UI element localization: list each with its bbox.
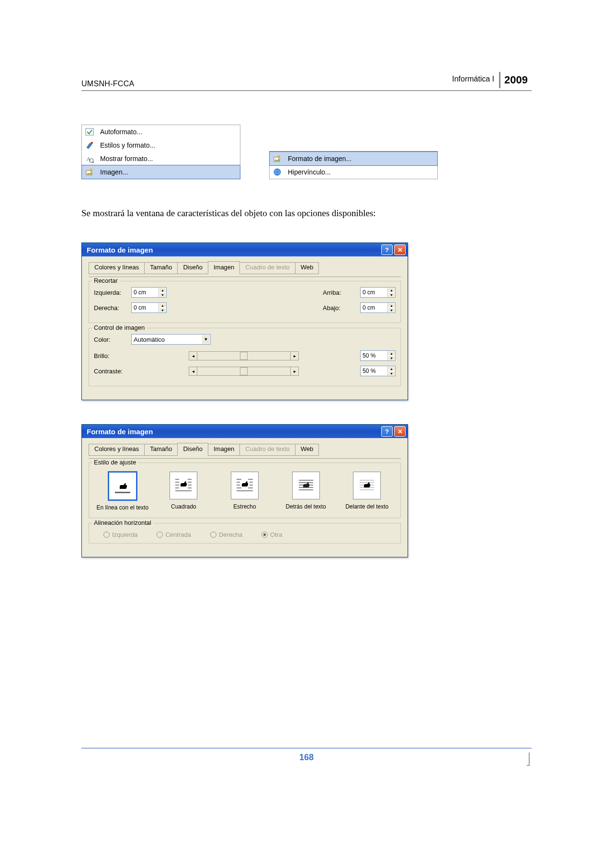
menu-item-styles[interactable]: Estilos y formato...: [82, 139, 240, 152]
crop-right-spinbox[interactable]: ▲▼: [131, 302, 167, 313]
wrap-label: Cuadrado: [155, 503, 213, 510]
brightness-spinbox[interactable]: ▲▼: [360, 350, 396, 361]
svg-rect-38: [360, 489, 374, 490]
svg-rect-17: [175, 487, 179, 488]
tab-web[interactable]: Web: [295, 262, 319, 274]
help-button[interactable]: ?: [381, 426, 393, 437]
group-crop: Recortar Izquierda: ▲▼ Arriba:: [89, 281, 401, 323]
header-left: UMSNH-FCCA: [81, 80, 135, 88]
spin-down[interactable]: ▼: [388, 356, 395, 360]
tab-image[interactable]: Imagen: [208, 444, 240, 456]
tab-size[interactable]: Tamaño: [144, 444, 178, 456]
help-button[interactable]: ?: [381, 244, 393, 255]
crop-bottom-spinbox[interactable]: ▲▼: [360, 302, 396, 313]
svg-rect-26: [237, 487, 241, 488]
spin-down[interactable]: ▼: [388, 371, 395, 376]
slider-right-arrow[interactable]: ▸: [290, 351, 299, 360]
svg-rect-0: [86, 128, 93, 135]
close-button[interactable]: ✕: [394, 244, 406, 255]
crop-bottom-label: Abajo:: [323, 304, 356, 312]
slider-thumb[interactable]: [240, 352, 248, 360]
spin-down[interactable]: ▼: [388, 292, 395, 297]
show-format-icon: A: [84, 153, 95, 164]
tab-size[interactable]: Tamaño: [144, 262, 178, 274]
wrap-label: Estrecho: [216, 503, 273, 510]
svg-point-6: [90, 169, 92, 172]
body-paragraph: Se mostrará la ventana de característica…: [81, 208, 532, 219]
svg-rect-34: [360, 480, 374, 481]
close-button[interactable]: ✕: [394, 426, 406, 437]
slider-right-arrow[interactable]: ▸: [290, 367, 299, 376]
tab-colors-lines[interactable]: Colores y líneas: [89, 262, 145, 274]
image-format-icon: [84, 167, 95, 177]
brightness-slider[interactable]: ◂ ▸: [189, 351, 299, 360]
tab-colors-lines[interactable]: Colores y líneas: [89, 444, 145, 456]
svg-rect-35: [360, 482, 374, 483]
slider-left-arrow[interactable]: ◂: [189, 367, 197, 376]
brightness-input[interactable]: [361, 351, 387, 360]
spin-down[interactable]: ▼: [159, 308, 166, 312]
wrap-behind[interactable]: [292, 472, 320, 499]
wrap-square[interactable]: [170, 472, 197, 499]
menu-item-image[interactable]: Imagen...: [81, 165, 240, 179]
crop-left-spinbox[interactable]: ▲▼: [131, 287, 167, 298]
crop-top-spinbox[interactable]: ▲▼: [360, 287, 396, 298]
contrast-spinbox[interactable]: ▲▼: [360, 366, 396, 376]
footer-mark: [527, 752, 530, 766]
dropdown-icon[interactable]: ▼: [202, 335, 210, 344]
menu-item-label: Autoformato...: [100, 128, 142, 136]
slider-thumb[interactable]: [240, 367, 248, 375]
tab-image[interactable]: Imagen: [208, 261, 240, 273]
wrap-inline[interactable]: [108, 472, 137, 500]
svg-rect-18: [188, 487, 192, 488]
svg-rect-30: [299, 482, 313, 483]
dialog-format-image-1: Formato de imagen ? ✕ Colores y líneas T…: [81, 243, 408, 400]
tab-textbox: Cuadro de texto: [239, 262, 295, 274]
tab-web[interactable]: Web: [295, 444, 319, 456]
wrap-tight[interactable]: [231, 472, 259, 499]
radio-left: Izquierda: [103, 531, 137, 538]
wrap-front[interactable]: [353, 472, 381, 499]
svg-line-4: [92, 162, 94, 163]
crop-bottom-input[interactable]: [361, 303, 387, 312]
menu-item-show-format[interactable]: A Mostrar formato...: [82, 152, 240, 165]
radio-label: Otra: [270, 531, 282, 538]
spin-down[interactable]: ▼: [159, 292, 166, 297]
menu-item-autoformat[interactable]: Autoformato...: [82, 125, 240, 139]
tab-layout[interactable]: Diseño: [177, 443, 208, 455]
spin-up[interactable]: ▲: [388, 288, 395, 292]
spin-up[interactable]: ▲: [159, 288, 166, 292]
svg-rect-12: [188, 479, 192, 480]
wrap-label: En línea con el texto: [94, 504, 151, 511]
crop-left-label: Izquierda:: [94, 289, 127, 296]
contrast-slider[interactable]: ◂ ▸: [189, 367, 299, 376]
slider-left-arrow[interactable]: ◂: [189, 351, 197, 360]
crop-right-input[interactable]: [132, 303, 159, 312]
crop-left-input[interactable]: [132, 288, 159, 297]
spin-down[interactable]: ▼: [388, 308, 395, 312]
spin-up[interactable]: ▲: [388, 351, 395, 356]
titlebar[interactable]: Formato de imagen ? ✕: [82, 243, 408, 256]
brightness-label: Brillo:: [94, 352, 127, 359]
menu-item-label: Estilos y formato...: [100, 141, 155, 149]
svg-rect-28: [237, 490, 253, 491]
titlebar[interactable]: Formato de imagen ? ✕: [82, 425, 408, 438]
svg-rect-13: [175, 482, 179, 483]
menu-item-hyperlink[interactable]: Hipervínculo...: [270, 165, 437, 179]
tab-layout[interactable]: Diseño: [177, 262, 208, 274]
spin-up[interactable]: ▲: [388, 366, 395, 371]
menu-item-format-image[interactable]: Formato de imagen...: [269, 151, 438, 166]
tab-strip: Colores y líneas Tamaño Diseño Imagen Cu…: [89, 443, 401, 455]
radio-center: Centrada: [157, 531, 191, 538]
contrast-input[interactable]: [361, 366, 387, 376]
svg-rect-19: [175, 490, 192, 491]
color-combobox[interactable]: Automático ▼: [131, 334, 211, 345]
header-course: Informática I: [452, 72, 500, 88]
spin-up[interactable]: ▲: [159, 303, 166, 308]
contrast-label: Contraste:: [94, 368, 127, 375]
spin-up[interactable]: ▲: [388, 303, 395, 308]
menu-item-label: Hipervínculo...: [288, 168, 330, 176]
group-image-control: Control de imagen Color: Automático ▼ Br…: [89, 328, 401, 386]
crop-top-input[interactable]: [361, 288, 387, 297]
svg-rect-21: [248, 479, 253, 480]
